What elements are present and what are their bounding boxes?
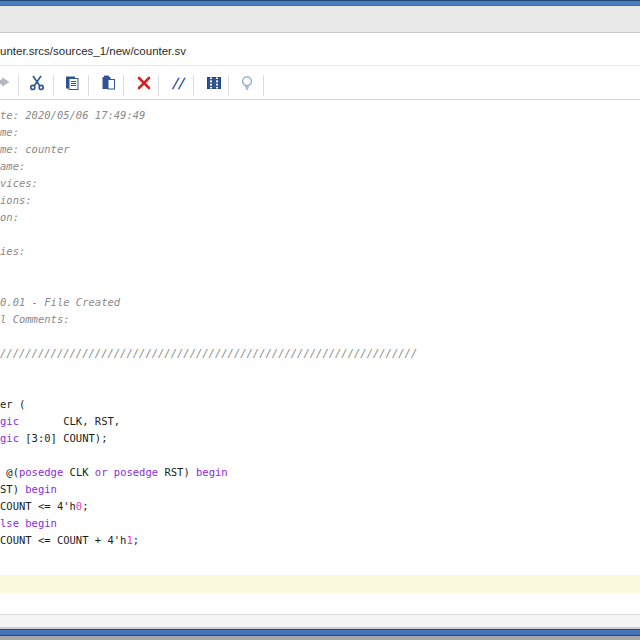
editor-toolbar: // <box>0 66 640 100</box>
cut-icon[interactable] <box>27 73 47 93</box>
file-path: unter.srcs/sources_1/new/counter.sv <box>0 45 186 57</box>
code-line <box>0 362 640 379</box>
code-line: COUNT <= 4'h0; <box>0 498 640 515</box>
column-select-icon[interactable] <box>204 73 224 93</box>
horizontal-scrollbar[interactable] <box>0 614 640 627</box>
code-line <box>0 447 640 464</box>
code-line: me: <box>0 124 640 141</box>
code-line <box>0 277 640 294</box>
toggle-comment-icon[interactable]: // <box>168 73 188 93</box>
hint-icon[interactable] <box>237 73 257 93</box>
toolbar-separator <box>88 75 89 96</box>
code-editor[interactable]: te: 2020/05/06 17:49:49me:me: counterame… <box>0 100 640 616</box>
forward-arrow-icon[interactable] <box>0 73 12 93</box>
code-line <box>0 226 640 243</box>
current-line-highlight <box>0 575 640 593</box>
toolbar-separator <box>123 75 124 96</box>
toolbar-separator <box>228 75 229 96</box>
text-editor-window: unter.srcs/sources_1/new/counter.sv // t… <box>0 0 640 640</box>
code-line: me: counter <box>0 141 640 158</box>
code-line <box>0 260 640 277</box>
delete-icon[interactable] <box>134 73 154 93</box>
toolbar-separator <box>193 75 194 96</box>
code-line: te: 2020/05/06 17:49:49 <box>0 107 640 124</box>
menu-band <box>0 6 640 33</box>
bottom-edge <box>0 636 640 640</box>
code-line: gic [3:0] COUNT); <box>0 430 640 447</box>
code-lines: te: 2020/05/06 17:49:49me:me: counterame… <box>0 107 640 549</box>
toolbar-separator <box>53 75 54 96</box>
code-line: ST) begin <box>0 481 640 498</box>
code-line: er ( <box>0 396 640 413</box>
copy-icon[interactable] <box>62 73 82 93</box>
code-line: gic CLK, RST, <box>0 413 640 430</box>
code-line: ies: <box>0 243 640 260</box>
bottom-panel-bar <box>0 629 640 636</box>
code-line: vices: <box>0 175 640 192</box>
paste-icon[interactable] <box>98 73 118 93</box>
toolbar-separator <box>158 75 159 96</box>
code-line: COUNT <= COUNT + 4'h1; <box>0 532 640 549</box>
code-line: ame: <box>0 158 640 175</box>
code-line <box>0 328 640 345</box>
toggle-comment-glyph: // <box>172 75 184 91</box>
file-path-row: unter.srcs/sources_1/new/counter.sv <box>0 33 640 66</box>
code-line: ions: <box>0 192 640 209</box>
code-line: 0.01 - File Created <box>0 294 640 311</box>
code-line: @(posedge CLK or posedge RST) begin <box>0 464 640 481</box>
code-line: ////////////////////////////////////////… <box>0 345 640 362</box>
code-line <box>0 379 640 396</box>
code-line: l Comments: <box>0 311 640 328</box>
toolbar-separator <box>263 75 264 96</box>
toolbar-separator <box>18 75 19 96</box>
code-line: on: <box>0 209 640 226</box>
code-line: lse begin <box>0 515 640 532</box>
